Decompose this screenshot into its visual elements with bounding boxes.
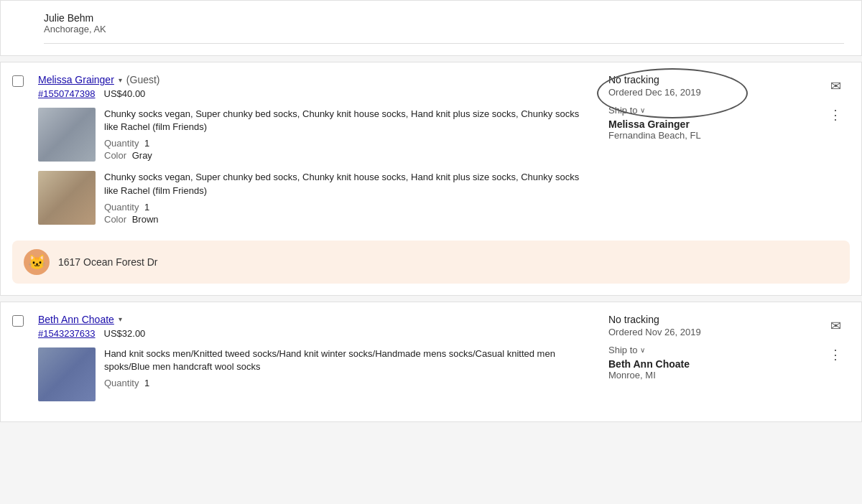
order-item-2-1: Hand knit socks men/Knitted tweed socks/… (38, 347, 591, 401)
item-image-placeholder-1-1 (38, 108, 96, 162)
partial-location: Anchorage, AK (44, 24, 844, 34)
item-color-1-2: Color Brown (104, 214, 591, 225)
ship-to-text-1: Ship to (608, 105, 637, 116)
ship-to-location-1: Fernandina Beach, FL (608, 130, 821, 141)
item-quantity-1-2: Quantity 1 (104, 202, 591, 213)
ship-to-chevron-2[interactable]: ∨ (640, 346, 645, 354)
ship-to-label-1: Ship to ∨ (608, 105, 821, 116)
partial-divider (44, 43, 844, 44)
item-title-2-1: Hand knit socks men/Knitted tweed socks/… (104, 347, 591, 373)
order-tracking-col-2: No tracking Ordered Nov 26, 2019 Ship to… (591, 314, 821, 381)
customer-dropdown-icon-2[interactable]: ▾ (119, 315, 122, 323)
tracking-annotation-wrapper-1: No tracking Ordered Dec 16, 2019 (608, 74, 701, 105)
ship-to-chevron-1[interactable]: ∨ (640, 106, 645, 114)
order-price-1: US$40.00 (104, 88, 146, 99)
customer-link-2[interactable]: Beth Ann Choate (38, 314, 114, 325)
order-id-2[interactable]: #1543237633 (38, 328, 96, 339)
email-icon-2[interactable]: ✉ (828, 315, 844, 337)
item-image-1-1[interactable] (38, 108, 96, 162)
ship-to-name-1: Melissa Grainger (608, 118, 821, 130)
checkbox-col-1 (12, 74, 38, 89)
more-icon-2[interactable]: ⋮ (826, 344, 845, 365)
order-price-2: US$32.00 (104, 328, 146, 339)
more-icon-1[interactable]: ⋮ (826, 104, 845, 126)
partial-customer-name: Julie Behm (44, 12, 844, 24)
quantity-value-1-1: 1 (144, 138, 149, 149)
quantity-label-2-1: Quantity (104, 378, 139, 388)
order-tracking-col-1: No tracking Ordered Dec 16, 2019 Ship to… (591, 74, 821, 141)
order-meta-2: #1543237633 US$32.00 (38, 328, 591, 339)
bottom-spacer-2 (1, 410, 861, 421)
order-card-2: Beth Ann Choate ▾ #1543237633 US$32.00 (0, 302, 862, 422)
order-items-2: Hand knit socks men/Knitted tweed socks/… (38, 347, 591, 401)
chat-bubble-1: 🐱 1617 Ocean Forest Dr (12, 241, 850, 284)
quantity-label-1-1: Quantity (104, 138, 139, 149)
checkbox-col-2 (12, 314, 38, 329)
page-wrapper: Julie Behm Anchorage, AK Melissa Grainge… (0, 0, 862, 504)
order-checkbox-2[interactable] (12, 315, 24, 327)
color-value-1-1: Gray (132, 150, 152, 161)
item-details-1-1: Chunky socks vegan, Super chunky bed soc… (104, 108, 591, 162)
chat-avatar-1: 🐱 (24, 249, 50, 275)
item-quantity-2-1: Quantity 1 (104, 378, 591, 388)
order-header-1: Melissa Grainger ▾ (Guest) (38, 74, 591, 85)
email-icon-1[interactable]: ✉ (828, 75, 844, 97)
customer-dropdown-icon-1[interactable]: ▾ (119, 76, 122, 84)
order-actions-col-2: ✉ ⋮ (821, 314, 850, 365)
item-image-1-2[interactable] (38, 171, 96, 225)
item-image-placeholder-1-2 (38, 171, 96, 225)
item-image-2-1[interactable] (38, 347, 96, 401)
color-label-1-1: Color (104, 150, 126, 161)
ship-to-text-2: Ship to (608, 345, 637, 355)
item-quantity-1-1: Quantity 1 (104, 138, 591, 149)
tracking-date-1: Ordered Dec 16, 2019 (608, 87, 701, 98)
quantity-label-1-2: Quantity (104, 202, 139, 213)
order-header-2: Beth Ann Choate ▾ (38, 314, 591, 325)
order-row-2: Beth Ann Choate ▾ #1543237633 US$32.00 (1, 302, 861, 410)
ship-to-location-2: Monroe, MI (608, 370, 821, 381)
order-row-1: Melissa Grainger ▾ (Guest) #1550747398 U… (1, 62, 861, 235)
order-actions-col-1: ✉ ⋮ (821, 74, 850, 126)
guest-badge-1: (Guest) (126, 74, 160, 85)
chat-bubble-row-1: 🐱 1617 Ocean Forest Dr (1, 235, 861, 295)
order-meta-1: #1550747398 US$40.00 (38, 88, 591, 99)
item-image-placeholder-2-1 (38, 347, 96, 401)
tracking-date-2: Ordered Nov 26, 2019 (608, 327, 821, 337)
customer-link-1[interactable]: Melissa Grainger (38, 74, 114, 85)
item-color-1-1: Color Gray (104, 150, 591, 161)
quantity-value-1-2: 1 (144, 202, 149, 213)
ship-to-name-2: Beth Ann Choate (608, 358, 821, 370)
chat-text-1: 1617 Ocean Forest Dr (58, 256, 158, 268)
order-card-1: Melissa Grainger ▾ (Guest) #1550747398 U… (0, 62, 862, 296)
order-items-1: Chunky socks vegan, Super chunky bed soc… (38, 108, 591, 226)
tracking-status-1: No tracking (608, 74, 701, 85)
partial-order-card: Julie Behm Anchorage, AK (0, 0, 862, 56)
item-title-1-1: Chunky socks vegan, Super chunky bed soc… (104, 108, 591, 134)
item-details-2-1: Hand knit socks men/Knitted tweed socks/… (104, 347, 591, 401)
order-main-1: Melissa Grainger ▾ (Guest) #1550747398 U… (38, 74, 591, 235)
quantity-value-2-1: 1 (144, 378, 149, 388)
color-label-1-2: Color (104, 214, 126, 225)
item-title-1-2: Chunky socks vegan, Super chunky bed soc… (104, 171, 591, 197)
color-value-1-2: Brown (132, 214, 159, 225)
ship-to-label-2: Ship to ∨ (608, 345, 821, 355)
order-id-1[interactable]: #1550747398 (38, 88, 96, 99)
order-main-2: Beth Ann Choate ▾ #1543237633 US$32.00 (38, 314, 591, 410)
order-item-1-2: Chunky socks vegan, Super chunky bed soc… (38, 171, 591, 225)
item-details-1-2: Chunky socks vegan, Super chunky bed soc… (104, 171, 591, 225)
tracking-status-2: No tracking (608, 314, 821, 325)
order-item-1-1: Chunky socks vegan, Super chunky bed soc… (38, 108, 591, 162)
order-checkbox-1[interactable] (12, 75, 24, 87)
